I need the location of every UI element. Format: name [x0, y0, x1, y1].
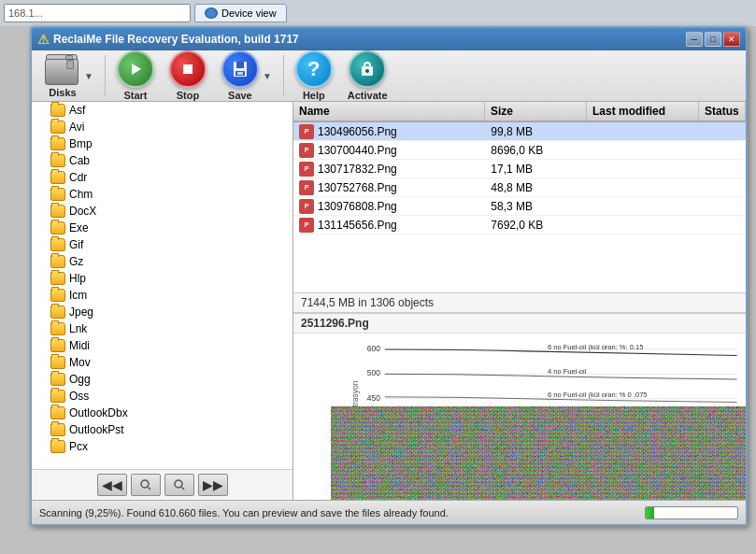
help-icon: ?	[295, 50, 333, 88]
tree-item[interactable]: Pcx	[32, 438, 292, 455]
tree-area[interactable]: AsfAviBmpCabCdrChmDocXExeGifGzHlpIcmJpeg…	[32, 102, 292, 469]
tree-item[interactable]: Avi	[32, 119, 292, 135]
folder-icon	[50, 121, 65, 134]
folder-icon	[50, 390, 65, 403]
file-name: 130717832.Png	[318, 163, 397, 176]
svg-text:500: 500	[367, 368, 380, 377]
tree-item[interactable]: Jpeg	[32, 304, 292, 320]
search-next-icon	[172, 477, 187, 492]
svg-line-11	[181, 488, 184, 490]
file-table[interactable]: Name Size Last modified Status P 1304960…	[293, 102, 746, 293]
progress-bar-fill	[646, 507, 654, 518]
tree-item[interactable]: OutlookDbx	[32, 405, 292, 421]
file-name-cell: P 130700440.Png	[293, 142, 485, 159]
folder-icon	[50, 238, 65, 251]
file-icon: P	[299, 143, 314, 158]
disk-icon	[45, 53, 80, 85]
tree-item[interactable]: Bmp	[32, 135, 292, 152]
address-text: 168.1...	[8, 7, 43, 19]
table-row[interactable]: P 130700440.Png 8696,0 KB	[293, 141, 746, 160]
maximize-button[interactable]: □	[705, 32, 721, 47]
nav-first-button[interactable]: ◀◀	[97, 474, 127, 496]
tree-item[interactable]: DocX	[32, 203, 292, 220]
activate-button[interactable]: Activate	[342, 49, 393, 103]
svg-rect-1	[183, 64, 193, 74]
svg-point-10	[175, 480, 182, 488]
folder-icon	[50, 154, 65, 167]
folder-icon	[50, 221, 65, 234]
col-header-status[interactable]: Status	[699, 102, 746, 121]
col-header-modified[interactable]: Last modified	[587, 102, 699, 121]
svg-marker-0	[132, 64, 141, 75]
tree-item[interactable]: Cab	[32, 152, 292, 169]
tree-item[interactable]: Chm	[32, 186, 292, 203]
table-row[interactable]: P 130717832.Png 17,1 MB	[293, 160, 746, 178]
tree-item[interactable]: Icm	[32, 287, 292, 304]
tree-item[interactable]: Oss	[32, 388, 292, 405]
tree-item[interactable]: Lnk	[32, 320, 292, 337]
nav-search-prev-button[interactable]	[131, 474, 161, 496]
file-modified	[587, 224, 699, 226]
save-dropdown-arrow[interactable]: ▼	[263, 71, 272, 81]
folder-icon	[50, 171, 65, 184]
tree-item[interactable]: Hlp	[32, 270, 292, 287]
start-icon-svg	[126, 60, 145, 78]
main-window: ⚠ ReclaiMe File Recovery Evaluation, bui…	[30, 26, 748, 526]
nav-search-next-button[interactable]	[164, 474, 194, 496]
help-icon-text: ?	[307, 59, 320, 79]
file-status	[699, 224, 746, 226]
table-row[interactable]: P 130976808.Png 58,3 MB	[293, 197, 746, 216]
file-name-cell: P 130752768.Png	[293, 179, 485, 196]
table-row[interactable]: P 130752768.Png 48,8 MB	[293, 178, 746, 197]
col-header-name[interactable]: Name	[293, 102, 485, 121]
disks-dropdown-arrow[interactable]: ▼	[84, 71, 93, 81]
tree-item[interactable]: Midi	[32, 337, 292, 354]
tree-item[interactable]: Exe	[32, 220, 292, 236]
nav-last-button[interactable]: ▶▶	[198, 474, 228, 496]
file-name: 130700440.Png	[318, 144, 397, 157]
tree-item[interactable]: Cdr	[32, 169, 292, 186]
tree-item[interactable]: Gz	[32, 253, 292, 270]
minimize-button[interactable]: ─	[686, 32, 703, 47]
tree-item[interactable]: Mov	[32, 354, 292, 371]
stop-icon-svg	[178, 60, 197, 78]
file-size: 17,1 MB	[485, 162, 587, 177]
col-header-size[interactable]: Size	[485, 102, 587, 121]
file-size: 48,8 MB	[485, 180, 587, 195]
file-icon: P	[299, 124, 314, 139]
status-bar: Scanning (9,25%). Found 610.660 files. Y…	[32, 500, 746, 524]
tree-item[interactable]: Ogg	[32, 371, 292, 388]
top-bar: 168.1... Device view	[0, 0, 756, 26]
folder-icon	[50, 356, 65, 369]
help-button[interactable]: ? Help	[290, 49, 338, 103]
title-controls: ─ □ ✕	[686, 32, 740, 47]
save-button[interactable]: Save ▼	[216, 49, 278, 103]
summary-text: 7144,5 MB in 1306 objects	[301, 296, 434, 309]
svg-rect-5	[237, 72, 243, 75]
toolbar-divider-1	[105, 55, 106, 96]
disks-button[interactable]: Disks ▼	[39, 51, 99, 100]
search-prev-icon	[138, 477, 153, 492]
tree-item[interactable]: Gif	[32, 236, 292, 253]
stop-button[interactable]: Stop	[164, 49, 212, 103]
folder-icon	[50, 339, 65, 352]
svg-point-7	[365, 69, 369, 73]
stop-icon	[169, 50, 207, 88]
activate-icon-svg	[357, 59, 378, 79]
table-row[interactable]: P 130496056.Png 99,8 MB	[293, 122, 746, 141]
tree-item[interactable]: Asf	[32, 102, 292, 119]
folder-icon	[50, 322, 65, 335]
start-button[interactable]: Start	[111, 49, 160, 103]
disk-body-1	[45, 59, 78, 85]
tree-item[interactable]: OutlookPst	[32, 421, 292, 438]
file-status	[699, 149, 746, 151]
right-panel: Name Size Last modified Status P 1304960…	[293, 102, 746, 500]
file-icon: P	[299, 162, 314, 177]
file-size: 8696,0 KB	[485, 143, 587, 158]
device-tab[interactable]: Device view	[194, 4, 287, 22]
status-text: Scanning (9,25%). Found 610.660 files. Y…	[39, 507, 637, 518]
folder-icon	[50, 255, 65, 268]
table-row[interactable]: P 131145656.Png 7692,0 KB	[293, 216, 746, 234]
file-modified	[587, 168, 699, 170]
close-button[interactable]: ✕	[723, 32, 740, 47]
